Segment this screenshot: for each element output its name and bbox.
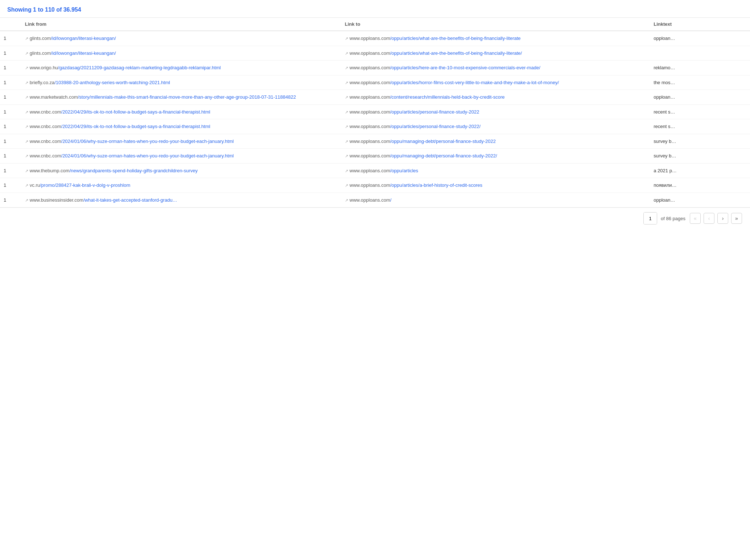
- showing-text: Showing 1 to 110 of 36.954: [7, 7, 81, 13]
- linktext-cell: reklamo…: [651, 61, 750, 75]
- external-link-icon: ↗: [25, 197, 28, 203]
- external-link-icon: ↗: [345, 139, 348, 145]
- table-row: 1↗www.cnbc.com/2022/04/29/its-ok-to-not-…: [0, 104, 750, 119]
- link-to-cell: ↗www.opploans.com/oppu/articles/personal…: [342, 104, 651, 119]
- table-body: 1↗glints.com/id/lowongan/literasi-keuang…: [0, 31, 750, 207]
- link-from-text[interactable]: www.businessinsider.com/what-it-takes-ge…: [30, 197, 177, 204]
- link-from-text[interactable]: www.cnbc.com/2024/01/06/why-suze-orman-h…: [30, 152, 234, 160]
- row-num: 1: [0, 61, 22, 75]
- external-link-icon: ↗: [25, 94, 28, 100]
- link-from-cell: ↗www.marketwatch.com/story/millennials-m…: [22, 90, 342, 105]
- link-from-text[interactable]: www.marketwatch.com/story/millennials-ma…: [30, 94, 296, 101]
- external-link-icon: ↗: [25, 168, 28, 174]
- results-table: Link from Link to Linktext 1↗glints.com/…: [0, 18, 750, 207]
- row-num: 1: [0, 134, 22, 149]
- external-link-icon: ↗: [345, 109, 348, 115]
- link-to-cell: ↗www.opploans.com/oppu/articles/what-are…: [342, 46, 651, 61]
- linktext-cell: opploan…: [651, 31, 750, 46]
- prev-page-button[interactable]: ‹: [704, 213, 714, 224]
- link-to-text[interactable]: www.opploans.com/oppu/articles/what-are-…: [350, 50, 522, 57]
- linktext-cell: the mos…: [651, 75, 750, 90]
- external-link-icon: ↗: [25, 182, 28, 189]
- col-header-linktext: Linktext: [651, 18, 750, 31]
- table-row: 1↗www.cnbc.com/2022/04/29/its-ok-to-not-…: [0, 119, 750, 134]
- row-num: 1: [0, 31, 22, 46]
- external-link-icon: ↗: [345, 182, 348, 189]
- link-to-text[interactable]: www.opploans.com/content/research/millen…: [350, 94, 505, 101]
- page-input-wrapper: [643, 212, 657, 225]
- link-to-text[interactable]: www.opploans.com/oppu/articles/personal-…: [350, 108, 479, 116]
- row-num: 1: [0, 104, 22, 119]
- table-row: 1↗glints.com/id/lowongan/literasi-keuang…: [0, 31, 750, 46]
- link-from-cell: ↗www.cnbc.com/2024/01/06/why-suze-orman-…: [22, 149, 342, 164]
- link-to-text[interactable]: www.opploans.com/oppu/managing-debt/pers…: [350, 152, 497, 160]
- linktext-cell: [651, 46, 750, 61]
- link-from-cell: ↗www.cnbc.com/2024/01/06/why-suze-orman-…: [22, 134, 342, 149]
- linktext-cell: recent s…: [651, 119, 750, 134]
- external-link-icon: ↗: [345, 124, 348, 130]
- external-link-icon: ↗: [25, 80, 28, 86]
- link-from-text[interactable]: www.cnbc.com/2022/04/29/its-ok-to-not-fo…: [30, 123, 210, 130]
- link-from-cell: ↗glints.com/id/lowongan/literasi-keuanga…: [22, 31, 342, 46]
- row-num: 1: [0, 163, 22, 178]
- last-page-button[interactable]: »: [731, 213, 742, 224]
- page-number-input[interactable]: [644, 213, 657, 224]
- linktext-cell: появили…: [651, 178, 750, 193]
- external-link-icon: ↗: [345, 153, 348, 159]
- link-to-cell: ↗www.opploans.com/oppu/managing-debt/per…: [342, 134, 651, 149]
- row-num: 1: [0, 119, 22, 134]
- linktext-cell: survey b…: [651, 149, 750, 164]
- linktext-cell: opploan…: [651, 90, 750, 105]
- external-link-icon: ↗: [25, 65, 28, 71]
- link-from-cell: ↗briefly.co.za/103988-20-anthology-serie…: [22, 75, 342, 90]
- link-from-text[interactable]: glints.com/id/lowongan/literasi-keuangan…: [30, 50, 116, 57]
- col-header-link-to: Link to: [342, 18, 651, 31]
- row-num: 1: [0, 90, 22, 105]
- first-page-button[interactable]: «: [690, 213, 701, 224]
- table-row: 1↗briefly.co.za/103988-20-anthology-seri…: [0, 75, 750, 90]
- page-of-text: of 86 pages: [661, 216, 685, 221]
- external-link-icon: ↗: [25, 50, 28, 57]
- link-from-text[interactable]: www.origo.hu/gazdasag/20211209-gazdasag-…: [30, 64, 221, 71]
- link-from-cell: ↗www.origo.hu/gazdasag/20211209-gazdasag…: [22, 61, 342, 75]
- external-link-icon: ↗: [345, 80, 348, 86]
- external-link-icon: ↗: [25, 139, 28, 145]
- link-from-text[interactable]: glints.com/id/lowongan/literasi-keuangan…: [30, 35, 116, 42]
- link-to-text[interactable]: www.opploans.com/oppu/articles/personal-…: [350, 123, 481, 130]
- link-from-text[interactable]: vc.ru/promo/288427-kak-brali-v-dolg-v-pr…: [30, 182, 130, 189]
- link-to-cell: ↗www.opploans.com/oppu/articles/horror-f…: [342, 75, 651, 90]
- table-row: 1↗www.marketwatch.com/story/millennials-…: [0, 90, 750, 105]
- link-to-cell: ↗www.opploans.com/content/research/mille…: [342, 90, 651, 105]
- link-from-text[interactable]: www.thebump.com/news/grandparents-spend-…: [30, 167, 198, 174]
- link-to-cell: ↗www.opploans.com/oppu/articles/what-are…: [342, 31, 651, 46]
- external-link-icon: ↗: [345, 50, 348, 57]
- link-to-text[interactable]: www.opploans.com/oppu/articles/horror-fi…: [350, 79, 559, 86]
- external-link-icon: ↗: [25, 36, 28, 42]
- link-from-cell: ↗www.cnbc.com/2022/04/29/its-ok-to-not-f…: [22, 104, 342, 119]
- link-to-text[interactable]: www.opploans.com/oppu/articles/here-are-…: [350, 64, 540, 71]
- row-num: 1: [0, 149, 22, 164]
- link-to-cell: ↗www.opploans.com/oppu/articles: [342, 163, 651, 178]
- external-link-icon: ↗: [345, 197, 348, 203]
- link-to-cell: ↗www.opploans.com/oppu/articles/personal…: [342, 119, 651, 134]
- link-to-text[interactable]: www.opploans.com/oppu/managing-debt/pers…: [350, 138, 496, 145]
- link-from-text[interactable]: www.cnbc.com/2022/04/29/its-ok-to-not-fo…: [30, 108, 210, 116]
- row-num: 1: [0, 178, 22, 193]
- linktext-cell: survey b…: [651, 134, 750, 149]
- link-from-text[interactable]: briefly.co.za/103988-20-anthology-series…: [30, 79, 170, 86]
- linktext-cell: a 2021 p…: [651, 163, 750, 178]
- link-to-text[interactable]: www.opploans.com/: [350, 197, 392, 204]
- link-to-cell: ↗www.opploans.com/oppu/articles/a-brief-…: [342, 178, 651, 193]
- link-to-cell: ↗www.opploans.com/oppu/articles/here-are…: [342, 61, 651, 75]
- link-to-text[interactable]: www.opploans.com/oppu/articles/what-are-…: [350, 35, 521, 42]
- link-to-text[interactable]: www.opploans.com/oppu/articles: [350, 167, 418, 174]
- table-row: 1↗www.origo.hu/gazdasag/20211209-gazdasa…: [0, 61, 750, 75]
- external-link-icon: ↗: [25, 109, 28, 115]
- link-from-cell: ↗www.cnbc.com/2022/04/29/its-ok-to-not-f…: [22, 119, 342, 134]
- link-from-text[interactable]: www.cnbc.com/2024/01/06/why-suze-orman-h…: [30, 138, 234, 145]
- next-page-button[interactable]: ›: [717, 213, 728, 224]
- link-to-text[interactable]: www.opploans.com/oppu/articles/a-brief-h…: [350, 182, 482, 189]
- table-row: 1↗glints.com/id/lowongan/literasi-keuang…: [0, 46, 750, 61]
- link-from-cell: ↗www.businessinsider.com/what-it-takes-g…: [22, 193, 342, 207]
- table-row: 1↗www.cnbc.com/2024/01/06/why-suze-orman…: [0, 149, 750, 164]
